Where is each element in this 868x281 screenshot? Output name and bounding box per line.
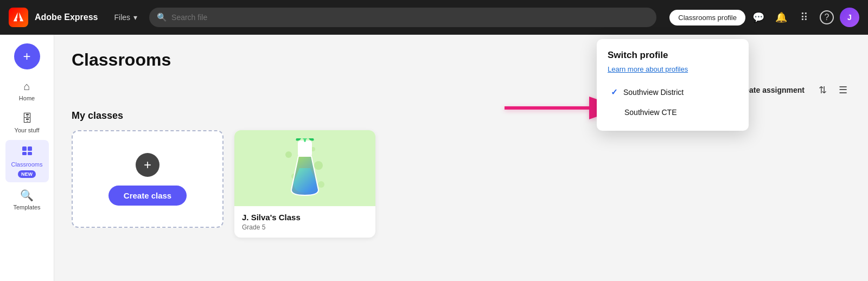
profile-label-southview-district: Southview District [623,88,684,97]
bell-icon: 🔔 [775,11,787,23]
help-button[interactable]: ? [817,8,837,27]
dropdown-title: Switch profile [608,50,738,61]
list-icon: ☰ [839,85,847,95]
templates-icon: 🔍 [20,189,34,202]
create-class-card[interactable]: + Create class [72,130,224,228]
class-card-thumbnail [234,130,375,206]
sidebar-item-templates[interactable]: 🔍 Templates [5,184,49,215]
profile-option-southview-cte[interactable]: Southview CTE [608,103,738,122]
class-card[interactable]: J. Silva's Class Grade 5 [234,130,375,238]
sidebar-label-home: Home [19,95,35,101]
notification-bell-button[interactable]: 🔔 [771,8,791,27]
classes-row: + Create class [72,130,851,238]
sidebar: + ⌂ Home 🗄 Your stuff Classrooms NEW 🔍 [0,35,54,281]
flask-illustration [280,138,329,198]
profile-option-southview-district[interactable]: ✓ Southview District [608,82,738,103]
svg-rect-1 [28,146,32,151]
sidebar-label-your-stuff: Your stuff [15,127,40,133]
profile-label-southview-cte: Southview CTE [624,108,676,117]
learn-more-link[interactable]: Learn more about profiles [608,65,738,73]
files-label: Files [114,13,130,22]
svg-point-5 [314,161,323,170]
sidebar-label-templates: Templates [13,204,40,210]
add-class-icon: + [144,157,151,173]
chat-icon-button[interactable]: 💬 [749,8,768,27]
nav-right: Classrooms profile 💬 🔔 ⠿ ? J [669,8,859,27]
grid-apps-button[interactable]: ⠿ [794,8,814,27]
svg-rect-0 [22,146,27,151]
sort-button[interactable]: ⇅ [815,81,830,99]
sidebar-label-classrooms: Classrooms [11,161,42,168]
grid-icon: ⠿ [800,11,808,24]
adobe-logo [9,8,28,27]
help-icon: ? [820,10,834,24]
class-card-info: J. Silva's Class Grade 5 [234,206,375,238]
chevron-down-icon: ▾ [133,13,137,22]
switch-profile-dropdown: Switch profile Learn more about profiles… [597,39,749,131]
create-class-button[interactable]: Create class [108,186,187,206]
files-dropdown[interactable]: Files ▾ [108,10,143,25]
svg-rect-9 [298,141,311,156]
user-avatar-button[interactable]: J [840,8,859,27]
home-icon: ⌂ [23,80,30,93]
sidebar-item-classrooms[interactable]: Classrooms NEW [5,140,49,182]
search-icon: 🔍 [157,12,167,22]
class-name: J. Silva's Class [242,213,368,222]
sidebar-item-your-stuff[interactable]: 🗄 Your stuff [5,108,49,138]
class-grade: Grade 5 [242,223,368,231]
avatar-initials: J [847,13,852,22]
classrooms-icon [21,144,33,159]
sort-icon: ⇅ [819,85,827,95]
svg-point-4 [285,151,292,158]
svg-rect-2 [22,152,27,155]
top-navigation: Adobe Express Files ▾ 🔍 Classrooms profi… [0,0,868,35]
new-badge: NEW [18,170,36,178]
app-name: Adobe Express [35,12,98,22]
add-button[interactable]: + [14,43,40,69]
search-bar: 🔍 [149,8,656,27]
list-view-button[interactable]: ☰ [835,81,851,99]
your-stuff-icon: 🗄 [22,112,33,125]
plus-circle-icon: + [136,153,159,177]
plus-icon: + [23,49,30,64]
chat-icon: 💬 [752,11,764,23]
svg-point-8 [318,181,324,188]
sidebar-item-home[interactable]: ⌂ Home [5,76,49,106]
svg-rect-3 [28,152,32,155]
check-icon: ✓ [611,87,618,97]
classrooms-profile-button[interactable]: Classrooms profile [669,10,745,25]
search-input[interactable] [171,13,649,22]
